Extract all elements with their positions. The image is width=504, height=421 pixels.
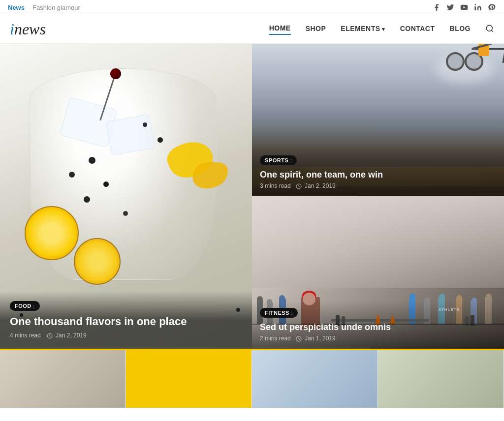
bottom-card-4[interactable] (378, 350, 504, 408)
nav-item-elements[interactable]: ELEMENTS (341, 25, 385, 34)
nav-item-shop[interactable]: SHOP (306, 25, 326, 34)
hero-right-column: SPORTS One spirit, one team, one win 3 m… (252, 44, 504, 349)
logo-icon-i: i (10, 20, 14, 38)
hero-card-food[interactable]: FOOD One thousand flavors in one place 4… (0, 44, 252, 349)
svg-point-2 (486, 25, 492, 31)
youtube-icon[interactable] (460, 3, 469, 12)
fitness-category-badge[interactable]: FITNESS (260, 308, 298, 318)
food-category-badge[interactable]: FOOD (10, 301, 40, 311)
bottom-card-2[interactable] (126, 350, 252, 408)
sports-card-title[interactable]: One spirit, one team, one win (260, 169, 496, 180)
hero-card-fitness[interactable]: ATHLETE FITNESS Sed ut perspiciatis unde… (252, 196, 504, 349)
hero-grid: FOOD One thousand flavors in one place 4… (0, 44, 504, 349)
fitness-card-meta: 2 mins read Jan 1, 2019 (260, 335, 496, 342)
fitness-card-title[interactable]: Sed ut perspiciatis unde omnis (260, 322, 496, 333)
nav-item-contact[interactable]: CONTACT (400, 25, 435, 34)
svg-point-1 (474, 4, 476, 5)
nav-item-home[interactable]: HOME (269, 24, 291, 35)
hero-left-overlay: FOOD One thousand flavors in one place 4… (0, 291, 252, 349)
bottom-card-1[interactable] (0, 350, 126, 408)
hero-left-title[interactable]: One thousand flavors in one place (10, 315, 242, 329)
sports-card-meta: 3 mins read Jan 2, 2019 (260, 182, 496, 189)
hero-left-date: Jan 2, 2019 (47, 332, 87, 339)
hero-left-readtime: 4 mins read (10, 332, 41, 339)
bottom-card-3[interactable] (252, 350, 378, 408)
top-bar-left: News Fashion glamour (8, 4, 80, 11)
bottom-strip (0, 349, 504, 408)
facebook-icon[interactable] (432, 3, 441, 12)
site-header: inews HOME SHOP ELEMENTS CONTACT BLOG (0, 15, 504, 44)
social-icons-bar (432, 3, 496, 12)
linkedin-icon[interactable] (473, 3, 482, 12)
top-bar-news-link[interactable]: News (8, 4, 25, 11)
hero-card-sports[interactable]: SPORTS One spirit, one team, one win 3 m… (252, 44, 504, 196)
fitness-date: Jan 1, 2019 (296, 335, 336, 342)
hero-left-meta: 4 mins read Jan 2, 2019 (10, 332, 242, 339)
twitter-icon[interactable] (446, 3, 455, 12)
pinterest-icon[interactable] (487, 3, 496, 12)
fitness-readtime: 2 mins read (260, 335, 291, 342)
sports-category-badge[interactable]: SPORTS (260, 155, 297, 165)
nav-item-blog[interactable]: BLOG (450, 25, 471, 34)
sports-date: Jan 2, 2019 (296, 182, 336, 189)
fitness-card-overlay: FITNESS Sed ut perspiciatis unde omnis 2… (252, 301, 504, 349)
sports-readtime: 3 mins read (260, 182, 291, 189)
site-logo[interactable]: inews (10, 20, 46, 38)
top-bar-subtitle: Fashion glamour (32, 4, 80, 11)
logo-text: news (14, 20, 46, 38)
search-icon[interactable] (485, 24, 494, 35)
main-nav: HOME SHOP ELEMENTS CONTACT BLOG (269, 24, 494, 35)
svg-line-3 (491, 30, 493, 31)
top-bar: News Fashion glamour (0, 0, 504, 15)
sports-card-overlay: SPORTS One spirit, one team, one win 3 m… (252, 149, 504, 196)
